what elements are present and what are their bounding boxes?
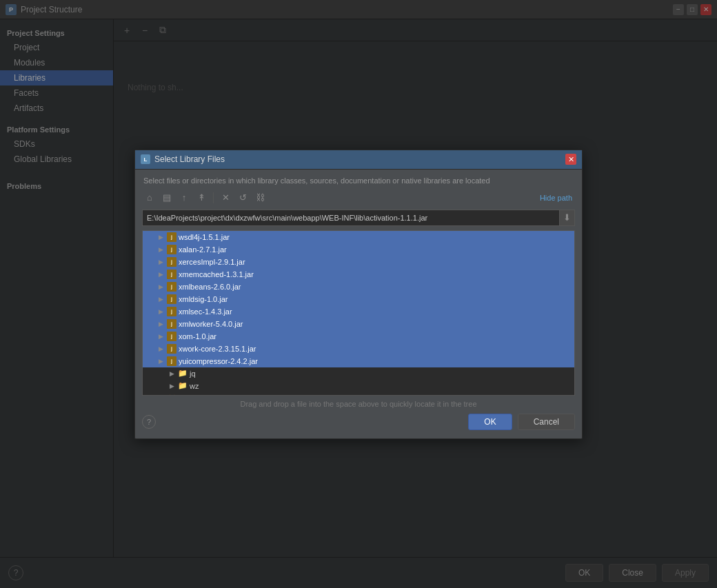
- dialog-close-button[interactable]: ✕: [565, 154, 576, 165]
- dialog-help-button[interactable]: ?: [142, 415, 156, 429]
- tree-item-xmldsig[interactable]: ▶ j xmldsig-1.0.jar: [143, 293, 574, 305]
- file-name: xmemcached-1.3.1.jar: [179, 270, 254, 278]
- jar-icon: j: [167, 356, 176, 366]
- file-tree[interactable]: ▶ j wsdl4j-1.5.1.jar ▶ j xalan-2.7.1.jar…: [142, 230, 575, 396]
- dialog-title-bar: L Select Library Files ✕: [135, 150, 582, 170]
- delete-toolbar-btn[interactable]: ✕: [218, 190, 233, 205]
- expand-arrow: ▶: [156, 233, 165, 241]
- jar-icon: j: [167, 294, 176, 304]
- file-name: xom-1.0.jar: [179, 332, 216, 341]
- jar-icon: j: [167, 270, 176, 279]
- path-browse-button[interactable]: ⬇: [560, 210, 575, 226]
- dialog-action-buttons: OK Cancel: [468, 414, 575, 430]
- jar-icon: j: [167, 332, 176, 341]
- drag-drop-hint: Drag and drop a file into the space abov…: [142, 396, 575, 414]
- file-name: xmlbeans-2.6.0.jar: [179, 283, 241, 291]
- tree-item-yuicompressor[interactable]: ▶ j yuicompressor-2.4.2.jar: [143, 355, 574, 367]
- file-name: xercesImpl-2.9.1.jar: [179, 258, 245, 266]
- folder-icon: 📁: [178, 369, 188, 378]
- select-library-files-dialog: L Select Library Files ✕ Select files or…: [134, 150, 583, 439]
- file-name: yuicompressor-2.4.2.jar: [179, 357, 258, 365]
- path-input-row: ⬇: [142, 210, 575, 226]
- jar-icon: j: [167, 319, 176, 329]
- tree-item-xwork[interactable]: ▶ j xwork-core-2.3.15.1.jar: [143, 343, 574, 355]
- tree-item-xmlsec[interactable]: ▶ j xmlsec-1.4.3.jar: [143, 305, 574, 318]
- jar-icon: j: [167, 257, 176, 267]
- dialog-footer: ? OK Cancel: [142, 414, 575, 432]
- tree-item-wsdl4j[interactable]: ▶ j wsdl4j-1.5.1.jar: [143, 231, 574, 243]
- toolbar-separator: [213, 192, 214, 203]
- file-name: xalan-2.7.1.jar: [179, 245, 227, 254]
- folder-name: jq: [190, 369, 196, 378]
- jar-icon: j: [167, 344, 176, 354]
- up-toolbar-btn[interactable]: ↑: [176, 190, 192, 205]
- expand-arrow: ▶: [156, 345, 165, 353]
- file-name: wsdl4j-1.5.1.jar: [179, 233, 230, 241]
- tree-item-xmlworker[interactable]: ▶ j xmlworker-5.4.0.jar: [143, 318, 574, 330]
- expand-arrow: ▶: [168, 369, 176, 378]
- tree-item-xmlbeans[interactable]: ▶ j xmlbeans-2.6.0.jar: [143, 281, 574, 293]
- expand-arrow: ▶: [156, 307, 165, 316]
- expand-arrow: ▶: [156, 332, 165, 341]
- dialog-ok-button[interactable]: OK: [468, 414, 512, 430]
- file-toolbar: ⌂ ▤ ↑ ↟ ✕ ↺ ⛓ Hide path: [142, 190, 575, 205]
- dialog-body: Select files or directories in which lib…: [135, 170, 582, 438]
- path-input[interactable]: [142, 210, 560, 226]
- jar-icon: j: [167, 307, 176, 316]
- tree-item-xmemcached[interactable]: ▶ j xmemcached-1.3.1.jar: [143, 268, 574, 281]
- tree-item-wz[interactable]: ▶ 📁 wz: [143, 380, 574, 392]
- expand-arrow: ▶: [156, 320, 165, 328]
- dialog-title: Select Library Files: [154, 154, 565, 164]
- dialog-icon: L: [141, 154, 150, 164]
- hide-path-button[interactable]: Hide path: [537, 192, 575, 203]
- dialog-description: Select files or directories in which lib…: [142, 176, 575, 185]
- link-toolbar-btn[interactable]: ⛓: [252, 190, 267, 205]
- tree-item-xalan[interactable]: ▶ j xalan-2.7.1.jar: [143, 243, 574, 256]
- folder-name: wz: [190, 382, 199, 390]
- uplevel2-toolbar-btn[interactable]: ↟: [194, 190, 209, 205]
- refresh-toolbar-btn[interactable]: ↺: [235, 190, 250, 205]
- folder-icon: 📁: [178, 381, 188, 391]
- expand-arrow: ▶: [156, 258, 165, 266]
- dialog-cancel-button[interactable]: Cancel: [518, 414, 575, 430]
- jar-icon: j: [167, 232, 176, 242]
- dialog-overlay: L Select Library Files ✕ Select files or…: [0, 0, 717, 588]
- expand-arrow: ▶: [156, 295, 165, 303]
- expand-arrow: ▶: [156, 270, 165, 278]
- tree-item-xom[interactable]: ▶ j xom-1.0.jar: [143, 330, 574, 343]
- home-toolbar-btn[interactable]: ⌂: [142, 190, 157, 205]
- file-name: xwork-core-2.3.15.1.jar: [179, 345, 256, 353]
- expand-arrow: ▶: [156, 283, 165, 291]
- folder-toolbar-btn[interactable]: ▤: [159, 190, 174, 205]
- file-name: xmldsig-1.0.jar: [179, 295, 228, 303]
- expand-arrow: ▶: [156, 245, 165, 254]
- expand-arrow: ▶: [168, 382, 176, 390]
- jar-icon: j: [167, 282, 176, 292]
- file-name: xmlsec-1.4.3.jar: [179, 307, 232, 316]
- expand-arrow: ▶: [156, 357, 165, 365]
- tree-item-xercesimpl[interactable]: ▶ j xercesImpl-2.9.1.jar: [143, 256, 574, 268]
- jar-icon: j: [167, 245, 176, 254]
- tree-item-jq[interactable]: ▶ 📁 jq: [143, 367, 574, 380]
- file-name: xmlworker-5.4.0.jar: [179, 320, 243, 328]
